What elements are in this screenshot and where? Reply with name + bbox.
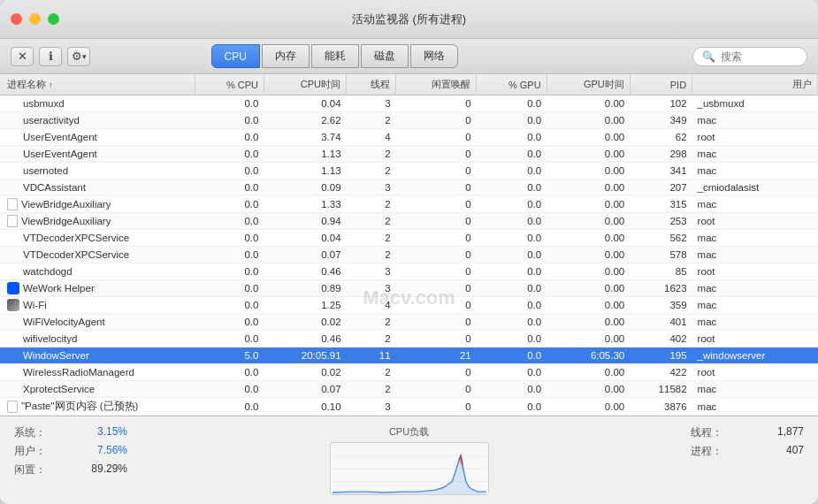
col-header-name[interactable]: 进程名称 ↑ — [0, 74, 195, 95]
bottom-panel: 系统： 3.15% 用户： 7.56% 闲置： 89.29% CPU负载 — [0, 416, 818, 504]
window-controls[interactable] — [11, 13, 59, 25]
close-button[interactable] — [11, 13, 22, 25]
table-row[interactable]: VTDecoderXPCService0.00.07200.00.00578ma… — [0, 247, 818, 263]
process-name-cell: "Paste"网页内容 (已预热) — [0, 398, 195, 415]
process-gpu: 0.0 — [477, 347, 547, 364]
process-user: root — [692, 129, 818, 146]
process-gpu: 0.0 — [477, 129, 547, 146]
stat-row-threads: 线程： 1,877 — [691, 425, 804, 440]
process-name: WirelessRadioManagerd — [23, 367, 134, 378]
search-input[interactable] — [721, 50, 800, 63]
col-header-cpu[interactable]: % CPU — [195, 74, 264, 95]
process-pid: 402 — [630, 331, 692, 347]
table-row[interactable]: ViewBridgeAuxiliary0.01.33200.00.00315ma… — [0, 196, 818, 213]
table-row[interactable]: Wi-Fi0.01.25400.00.00359mac — [0, 297, 818, 314]
process-icon — [7, 131, 19, 143]
table-row[interactable]: wifivelocityd0.00.46200.00.00402root — [0, 331, 818, 347]
search-box[interactable]: 🔍 — [692, 47, 807, 66]
minimize-button[interactable] — [29, 13, 41, 25]
col-header-idle[interactable]: 闲置唤醒 — [396, 74, 477, 95]
table-row[interactable]: UserEventAgent0.01.13200.00.00298mac — [0, 146, 818, 163]
col-header-gpu[interactable]: % GPU — [477, 74, 547, 95]
process-idle: 0 — [396, 163, 477, 179]
col-header-pid[interactable]: PID — [630, 74, 692, 95]
process-pid: 1618 — [630, 416, 692, 416]
table-row[interactable]: WirelessRadioManagerd0.00.02200.00.00422… — [0, 364, 818, 381]
process-name-cell: VTDecoderXPCService — [0, 230, 195, 246]
info-button[interactable]: ℹ — [39, 47, 62, 66]
process-gpu: 0.0 — [477, 314, 547, 331]
process-user: mac — [692, 146, 818, 163]
table-row[interactable]: XprotectService0.00.07200.00.0011582mac — [0, 381, 818, 398]
process-gputime: 0.00 — [547, 297, 630, 314]
process-pid: 1623 — [630, 280, 692, 297]
process-pid: 562 — [630, 230, 692, 247]
process-name: VDCAssistant — [23, 182, 86, 193]
col-header-gputime[interactable]: GPU时间 — [547, 74, 630, 95]
tab-memory[interactable]: 内存 — [262, 44, 310, 68]
tab-disk[interactable]: 磁盘 — [361, 44, 409, 68]
process-name: "Paste"网页内容 (已预热) — [21, 400, 138, 413]
process-gpu: 0.0 — [477, 331, 547, 347]
process-gputime: 0.00 — [547, 196, 630, 213]
table-row[interactable]: usbmuxd0.00.04300.00.00102_usbmuxd — [0, 95, 818, 112]
toolbar-icons[interactable]: ✕ ℹ ⚙ ▾ — [11, 47, 90, 66]
process-threads: 2 — [347, 213, 396, 230]
stop-icon: ✕ — [18, 50, 27, 63]
process-cputime: 1.25 — [264, 297, 346, 314]
process-threads: 2 — [347, 364, 396, 381]
process-cputime: 1.13 — [264, 146, 346, 163]
process-icon — [7, 316, 19, 328]
gear-button[interactable]: ⚙ ▾ — [67, 47, 90, 66]
table-row[interactable]: WindowServer5.020:05.9111210.06:05.30195… — [0, 347, 818, 364]
table-row[interactable]: usernoted0.01.13200.00.00341mac — [0, 163, 818, 179]
process-threads: 4 — [347, 129, 396, 146]
process-idle: 0 — [396, 247, 477, 263]
process-cputime: 0.02 — [264, 364, 346, 381]
tab-cpu[interactable]: CPU — [211, 44, 260, 68]
process-gpu: 0.0 — [477, 112, 547, 129]
process-gputime: 0.00 — [547, 331, 630, 347]
process-threads: 2 — [347, 314, 396, 331]
process-gputime: 0.00 — [547, 129, 630, 146]
process-name: Wi-Fi — [23, 300, 47, 310]
process-name-cell: usbmuxd — [0, 95, 195, 111]
process-pid: 359 — [630, 297, 692, 314]
table-row[interactable]: ViewBridgeAuxiliary0.00.94200.00.00253ro… — [0, 213, 818, 230]
table-row[interactable]: 企业微信1.02:54.0348140.00.001618mac — [0, 416, 818, 416]
table-row[interactable]: WeWork Helper0.00.89300.00.001623mac — [0, 280, 818, 297]
stat-value-threads: 1,877 — [777, 425, 804, 440]
table-row[interactable]: watchdogd0.00.46300.00.0085root — [0, 263, 818, 280]
process-idle: 0 — [396, 196, 477, 213]
col-header-threads[interactable]: 线程 — [347, 74, 396, 95]
table-row[interactable]: VDCAssistant0.00.09300.00.00207_cmiodala… — [0, 179, 818, 196]
process-cputime: 0.46 — [264, 331, 346, 347]
chart-title: CPU负载 — [389, 425, 429, 439]
col-header-user[interactable]: 用户 — [692, 74, 818, 95]
process-cputime: 0.07 — [264, 381, 346, 398]
process-name-cell: useractivityd — [0, 112, 195, 128]
tab-energy[interactable]: 能耗 — [311, 44, 359, 68]
process-name-cell: XprotectService — [0, 381, 195, 397]
table-row[interactable]: useractivityd0.02.62200.00.00349mac — [0, 112, 818, 129]
stop-button[interactable]: ✕ — [11, 47, 34, 66]
tab-network[interactable]: 网络 — [410, 44, 458, 68]
process-name: VTDecoderXPCService — [23, 249, 129, 260]
maximize-button[interactable] — [48, 13, 59, 25]
chevron-down-icon: ▾ — [82, 52, 87, 61]
table-row[interactable]: "Paste"网页内容 (已预热)0.00.10300.00.003876mac — [0, 398, 818, 416]
process-user: root — [692, 213, 818, 230]
process-cputime: 0.04 — [264, 230, 346, 247]
process-name: watchdogd — [23, 266, 73, 277]
process-threads: 3 — [347, 398, 396, 416]
process-cputime: 0.07 — [264, 247, 346, 263]
col-header-cputime[interactable]: CPU时间 — [264, 74, 346, 95]
table-row[interactable]: VTDecoderXPCService0.00.04200.00.00562ma… — [0, 230, 818, 247]
table-row[interactable]: UserEventAgent0.03.74400.00.0062root — [0, 129, 818, 146]
process-name: VTDecoderXPCService — [23, 233, 129, 243]
process-threads: 2 — [347, 112, 396, 129]
process-cpu: 5.0 — [195, 347, 264, 364]
process-idle: 0 — [396, 381, 477, 398]
table-row[interactable]: WiFiVelocityAgent0.00.02200.00.00401mac — [0, 314, 818, 331]
process-threads: 11 — [347, 347, 396, 364]
